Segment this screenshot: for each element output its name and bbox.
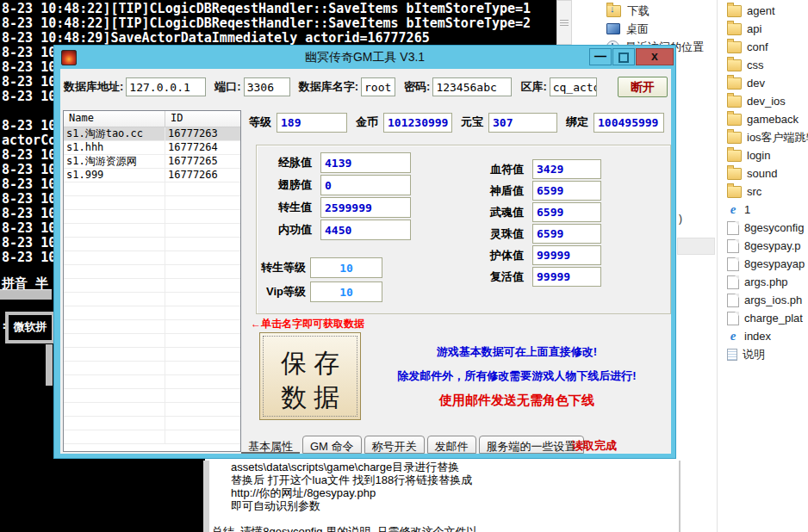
table-row[interactable]: s1.99916777266 bbox=[64, 169, 240, 182]
bloodrune-input[interactable]: 3429 bbox=[532, 159, 601, 179]
tab-GM 命令[interactable]: GM 命令 bbox=[302, 436, 362, 454]
explorer-pane-divider bbox=[717, 0, 718, 532]
tab-服务端的一些设置[interactable]: 服务端的一些设置 bbox=[479, 436, 584, 454]
bound-label: 绑定 bbox=[566, 114, 588, 130]
tree-item[interactable]: e1 bbox=[727, 201, 808, 219]
table-row[interactable]: s1.淘游tao.cc16777263 bbox=[64, 127, 240, 141]
db-address-input[interactable]: 127.0.0.1 bbox=[126, 77, 206, 96]
favorite-item[interactable]: 下载 bbox=[606, 2, 704, 20]
tree-item[interactable]: login bbox=[727, 146, 808, 164]
tree-item-label: gameback bbox=[747, 113, 799, 126]
player-id-cell bbox=[165, 210, 240, 223]
meridian-input[interactable]: 4139 bbox=[320, 152, 411, 173]
table-row bbox=[64, 348, 240, 362]
neigong-input[interactable]: 4450 bbox=[320, 220, 411, 240]
tree-item[interactable]: 说明 bbox=[727, 345, 808, 363]
zone-db-label: 区库: bbox=[520, 79, 546, 95]
explorer-file-tree: agentapiconfcssdevdev_iosgamebackios客户端跳… bbox=[727, 2, 808, 363]
wing-label: 翅膀值 bbox=[261, 177, 312, 193]
tree-item[interactable]: dev_ios bbox=[727, 92, 808, 110]
lingzhu-input[interactable]: 6599 bbox=[532, 224, 601, 244]
rebirth-input[interactable]: 2599999 bbox=[320, 197, 411, 218]
favorite-label: 下载 bbox=[627, 3, 650, 19]
tree-item[interactable]: agent bbox=[727, 2, 808, 20]
maximize-button[interactable] bbox=[612, 48, 635, 65]
column-header-id[interactable]: ID bbox=[165, 111, 240, 127]
port-field: 端口:3306 bbox=[214, 77, 289, 96]
tab-称号开关[interactable]: 称号开关 bbox=[364, 436, 425, 454]
console-bottom-area bbox=[0, 459, 205, 532]
console-log-line: 8-23 10: bbox=[2, 46, 53, 60]
download-folder-icon bbox=[606, 5, 621, 17]
gold-label: 金币 bbox=[356, 114, 378, 130]
tab-发邮件[interactable]: 发邮件 bbox=[427, 436, 476, 454]
neigong-row: 内功值4450 bbox=[261, 220, 411, 240]
column-header-name[interactable]: Name bbox=[64, 111, 165, 127]
tree-item[interactable]: dev bbox=[727, 74, 808, 92]
player-list[interactable]: Name ID s1.淘游tao.cc16777263s1.hhh1677726… bbox=[63, 110, 241, 452]
rebirth-level-label: 转生等级 bbox=[261, 260, 306, 275]
tree-item-label: args_ios.ph bbox=[744, 294, 802, 306]
console-log-line: 8-23 10: bbox=[2, 251, 53, 265]
player-id-cell: 16777264 bbox=[165, 141, 240, 154]
tree-item[interactable]: 8gesypayap bbox=[727, 255, 808, 273]
explorer-scrollbar[interactable] bbox=[556, 0, 572, 45]
tree-item-label: css bbox=[747, 59, 764, 71]
bound-input[interactable]: 100495999 bbox=[594, 113, 664, 133]
player-id-cell bbox=[165, 306, 240, 319]
zone-db-input[interactable]: cq_actor1 bbox=[550, 77, 597, 96]
console-log-line: 8-23 10:48:22][TIP]CLogicDBReqestHandler… bbox=[2, 16, 556, 31]
minimize-button[interactable]: — bbox=[589, 48, 612, 65]
notepad-line: assets\data\scripts\game\charge目录进行替换 bbox=[209, 461, 679, 473]
yuanbao-input[interactable]: 307 bbox=[488, 113, 557, 133]
port-input[interactable]: 3306 bbox=[244, 77, 290, 96]
notepad-document[interactable]: assets\data\scripts\game\charge目录进行替换替换后… bbox=[203, 461, 681, 532]
tree-item-label: ios客户端跳转 bbox=[747, 130, 808, 145]
player-id-cell bbox=[165, 238, 240, 251]
folder-icon bbox=[727, 59, 742, 71]
disconnect-button[interactable]: 断开 bbox=[618, 77, 668, 97]
vip-level-input[interactable]: 10 bbox=[310, 281, 382, 302]
favorite-item[interactable]: 桌面 bbox=[606, 20, 704, 38]
tree-item[interactable]: args_ios.ph bbox=[727, 291, 808, 309]
file-icon bbox=[727, 294, 739, 307]
tree-item[interactable]: src bbox=[727, 182, 808, 201]
ime-language-button[interactable]: 微软拼 bbox=[5, 312, 55, 343]
tree-item[interactable]: 8gesypay.p bbox=[727, 237, 808, 255]
wuhun-input[interactable]: 6599 bbox=[532, 202, 601, 222]
wuhun-row: 武魂值6599 bbox=[463, 202, 601, 222]
close-button[interactable]: x bbox=[636, 48, 674, 65]
tree-item[interactable]: charge_plat bbox=[727, 309, 808, 327]
tab-基本属性[interactable]: 基本属性 bbox=[241, 436, 300, 454]
gold-input[interactable]: 101230999 bbox=[383, 113, 452, 133]
rebirth-row: 转生值2599999 bbox=[261, 197, 411, 218]
tree-item[interactable]: sound bbox=[727, 164, 808, 182]
wing-input[interactable]: 0 bbox=[320, 175, 411, 195]
tree-item-label: src bbox=[747, 185, 761, 198]
password-input[interactable]: 123456abc bbox=[432, 77, 512, 96]
tree-item[interactable]: ios客户端跳转 bbox=[727, 128, 808, 146]
tree-item[interactable]: gameback bbox=[727, 110, 808, 128]
level-input[interactable]: 189 bbox=[277, 113, 347, 133]
console-panel: 8-23 10:48:22][TIP]CLogicDBReqestHandler… bbox=[0, 0, 556, 45]
rebirth-level-input[interactable]: 10 bbox=[310, 257, 382, 278]
vip-level-row: Vip等级10 bbox=[261, 281, 382, 302]
tree-item-label: dev bbox=[747, 77, 765, 90]
meridian-row: 经脉值4139 bbox=[261, 152, 411, 173]
tree-item[interactable]: conf bbox=[727, 38, 808, 56]
table-row[interactable]: s1.淘游资源网16777265 bbox=[64, 155, 240, 169]
table-row[interactable]: s1.hhh16777264 bbox=[64, 141, 240, 155]
tree-item[interactable]: 8gesyconfig bbox=[727, 219, 808, 237]
huti-input[interactable]: 99999 bbox=[532, 245, 601, 265]
tree-item[interactable]: css bbox=[727, 56, 808, 74]
tree-item[interactable]: eindex bbox=[727, 327, 808, 345]
ime-toolbar[interactable] bbox=[0, 289, 52, 300]
shield-input[interactable]: 6599 bbox=[532, 181, 601, 201]
port-label: 端口: bbox=[214, 79, 240, 95]
tree-item[interactable]: args.php bbox=[727, 273, 808, 291]
tree-item[interactable]: api bbox=[727, 20, 808, 38]
rebirth-label: 转生值 bbox=[261, 200, 312, 215]
db-name-input[interactable]: root bbox=[361, 77, 395, 96]
titlebar[interactable]: 幽冥传奇GM工具 V3.1 — x bbox=[54, 46, 675, 69]
revive-input[interactable]: 99999 bbox=[532, 267, 601, 287]
